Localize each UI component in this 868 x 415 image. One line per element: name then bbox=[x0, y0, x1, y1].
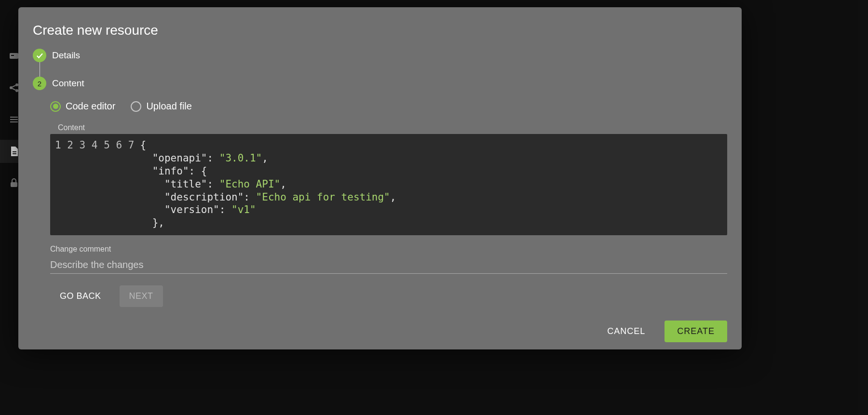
change-comment-block: Change comment bbox=[50, 245, 727, 274]
radio-code-editor[interactable]: Code editor bbox=[50, 101, 115, 112]
step-details-indicator bbox=[33, 49, 46, 62]
step-connector bbox=[40, 62, 40, 77]
step-details[interactable]: Details bbox=[33, 49, 727, 62]
content-mode-radio-group: Code editor Upload file bbox=[50, 101, 727, 112]
radio-code-editor-label: Code editor bbox=[66, 101, 115, 112]
modal-footer: CANCEL CREATE bbox=[33, 307, 727, 342]
modal-title: Create new resource bbox=[33, 23, 727, 38]
editor-label: Content bbox=[58, 123, 727, 132]
change-comment-label: Change comment bbox=[50, 245, 727, 254]
next-button: NEXT bbox=[120, 285, 163, 307]
code-gutter: 1 2 3 4 5 6 7 bbox=[50, 139, 138, 229]
step-nav: GO BACK NEXT bbox=[50, 285, 727, 307]
radio-outer-icon bbox=[50, 101, 61, 112]
step-content-body: Code editor Upload file Content 1 2 3 4 … bbox=[33, 101, 727, 307]
check-icon bbox=[35, 51, 44, 60]
go-back-button[interactable]: GO BACK bbox=[50, 285, 111, 307]
step-details-label: Details bbox=[52, 50, 80, 61]
code-editor[interactable]: 1 2 3 4 5 6 7 { "openapi": "3.0.1", "inf… bbox=[50, 134, 727, 235]
stepper: Details 2 Content bbox=[33, 49, 727, 90]
create-resource-modal: Create new resource Details 2 Content Co… bbox=[18, 7, 742, 349]
step-content-indicator: 2 bbox=[33, 77, 46, 90]
create-button[interactable]: CREATE bbox=[665, 321, 727, 342]
radio-upload-file[interactable]: Upload file bbox=[131, 101, 192, 112]
cancel-button[interactable]: CANCEL bbox=[597, 321, 655, 342]
code-body[interactable]: { "openapi": "3.0.1", "info": { "title":… bbox=[138, 139, 396, 229]
radio-inner-icon bbox=[53, 104, 58, 109]
radio-upload-file-label: Upload file bbox=[146, 101, 192, 112]
change-comment-input[interactable] bbox=[50, 256, 727, 274]
step-content-label: Content bbox=[52, 78, 84, 89]
radio-outer-icon bbox=[131, 101, 141, 112]
step-content[interactable]: 2 Content bbox=[33, 77, 727, 90]
